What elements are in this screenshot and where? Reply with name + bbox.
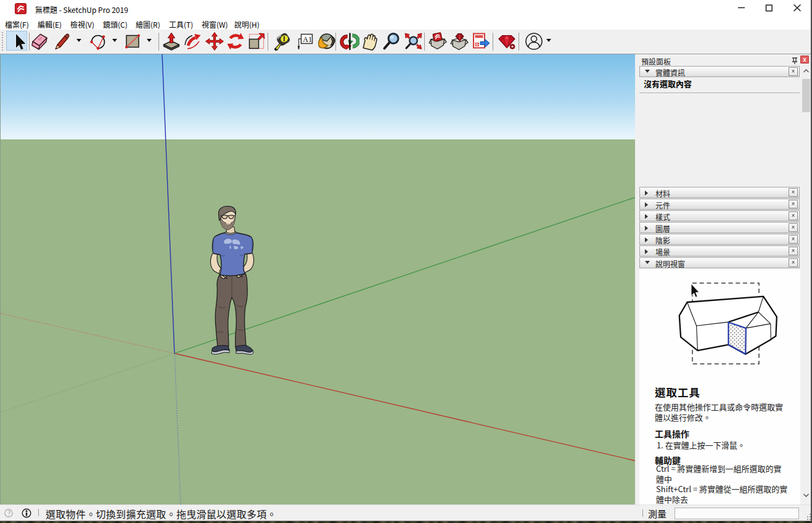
svg-text:A1: A1: [303, 35, 312, 44]
